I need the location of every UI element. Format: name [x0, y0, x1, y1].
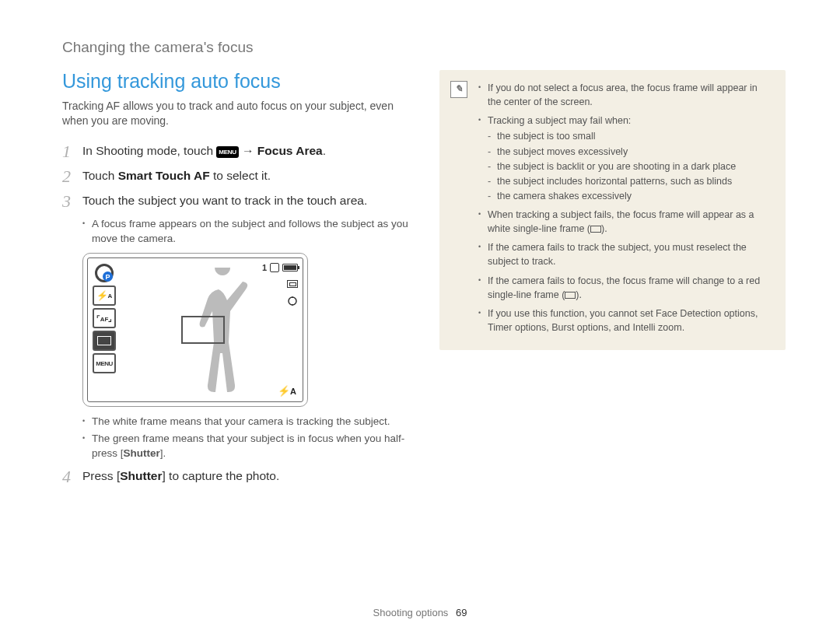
stabilizer-icon	[287, 296, 298, 306]
note-box: ✎ If you do not select a focus area, the…	[439, 70, 786, 350]
flash-icon: ⚡A	[93, 285, 116, 306]
menu-icon: MENU	[216, 146, 238, 158]
step-2-post: to select it.	[210, 169, 271, 182]
af-icon: ⌜AF⌟	[93, 308, 116, 328]
step-2: 2 Touch Smart Touch AF to select it.	[62, 167, 416, 186]
note-subitem: the camera shakes excessively	[488, 189, 773, 203]
step-text: In Shooting mode, touch MENU → Focus Are…	[82, 142, 416, 159]
step-4-pre: Press [	[82, 469, 120, 482]
display-icon	[93, 331, 116, 351]
mode-dial-icon: P	[93, 263, 116, 283]
svg-point-0	[289, 297, 296, 305]
step-1-pre: In Shooting mode, touch	[82, 144, 216, 157]
step-number: 2	[62, 167, 73, 186]
note-subitem: the subject is backlit or you are shooti…	[488, 159, 773, 173]
battery-icon	[282, 264, 298, 271]
step-1-bold: Focus Area	[257, 144, 323, 157]
step-number: 3	[62, 192, 73, 211]
storage-icon	[270, 263, 279, 272]
footer-page: 69	[456, 607, 467, 618]
arrow-icon: →	[239, 144, 257, 157]
note-item: If the camera fails to focus, the focus …	[478, 274, 773, 302]
footer-section: Shooting options	[373, 607, 449, 618]
mode-p-label: P	[103, 271, 113, 282]
camera-screen: P ⚡A ⌜AF⌟ MENU 1	[82, 253, 308, 407]
note-icon: ✎	[450, 81, 467, 98]
note-item: Tracking a subject may fail when: the su…	[478, 114, 773, 203]
step-1-post: .	[323, 144, 326, 157]
note-item: If you use this function, you cannot set…	[478, 306, 773, 335]
frame-icon	[565, 292, 576, 299]
step-2-pre: Touch	[82, 169, 118, 182]
page-footer: Shooting options 69	[0, 607, 840, 618]
step-4: 4 Press [Shutter] to capture the photo.	[62, 468, 416, 486]
note-item: If you do not select a focus area, the f…	[478, 81, 773, 109]
flash-indicator: ⚡A	[278, 385, 296, 397]
note-subitem: the subject is too small	[488, 129, 773, 143]
shot-count: 1	[262, 263, 267, 272]
step-text: Touch Smart Touch AF to select it.	[82, 167, 416, 184]
frame-icon	[590, 226, 601, 233]
step-text: Press [Shutter] to capture the photo.	[82, 468, 416, 485]
step-3-sub-c: The green frame means that your subject …	[82, 432, 416, 461]
step-text: Touch the subject you want to track in t…	[82, 192, 416, 209]
step-number: 4	[62, 468, 73, 486]
note-subitem: the subject moves excessively	[488, 145, 773, 159]
step-4-bold: Shutter	[120, 469, 162, 482]
step-1: 1 In Shooting mode, touch MENU → Focus A…	[62, 142, 416, 161]
aspect-icon	[287, 280, 298, 288]
menu-button: MENU	[93, 353, 116, 373]
focus-frame	[181, 316, 225, 344]
note-subitem: the subject includes horizontal patterns…	[488, 174, 773, 188]
right-column: ✎ If you do not select a focus area, the…	[439, 70, 786, 350]
note-item: When tracking a subject fails, the focus…	[478, 208, 773, 236]
step-number: 1	[62, 142, 73, 161]
step-4-post: ] to capture the photo.	[162, 469, 279, 482]
step-2-bold: Smart Touch AF	[118, 169, 210, 182]
intro-text: Tracking AF allows you to track and auto…	[62, 99, 416, 128]
status-bar: 1	[262, 263, 298, 272]
step-3: 3 Touch the subject you want to track in…	[62, 192, 416, 211]
note-item: If the camera fails to track the subject…	[478, 240, 773, 268]
left-column: Using tracking auto focus Tracking AF al…	[62, 70, 416, 492]
breadcrumb: Changing the camera's focus	[62, 39, 786, 56]
step-3-sub-a: A focus frame appears on the subject and…	[82, 217, 416, 247]
section-title: Using tracking auto focus	[62, 70, 416, 93]
step-3-sub-b: The white frame means that your camera i…	[82, 415, 416, 429]
